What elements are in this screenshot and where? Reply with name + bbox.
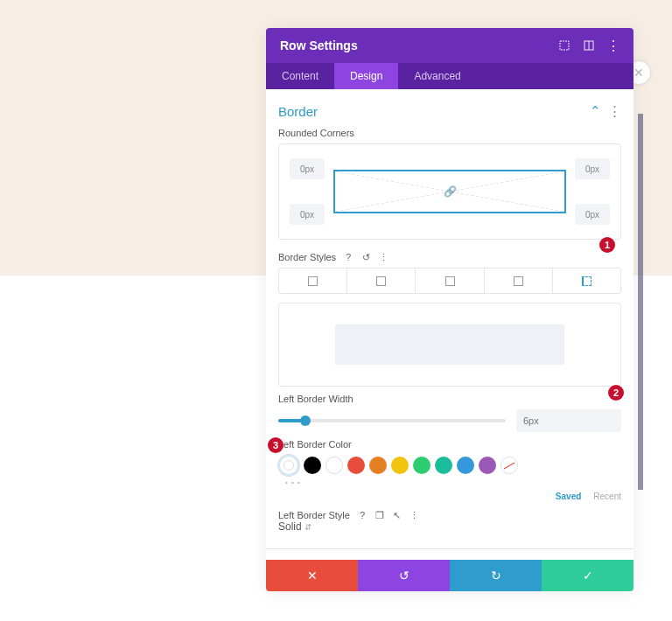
swatch[interactable] <box>391 457 409 474</box>
reset-icon[interactable]: ↺ <box>360 252 371 262</box>
swatch[interactable] <box>347 457 365 474</box>
tab-design[interactable]: Design <box>334 63 398 89</box>
panel-title: Row Settings <box>280 38 358 52</box>
corner-br-input[interactable]: 0px <box>575 204 610 225</box>
swatch-more-icon[interactable]: • • • <box>285 478 621 486</box>
tabs: Content Design Advanced <box>266 63 634 89</box>
palette-recent[interactable]: Recent <box>593 492 621 501</box>
tablet-icon[interactable]: ❐ <box>374 510 385 520</box>
chevron-updown-icon: ⇵ <box>304 522 312 532</box>
settings-panel: Row Settings ⋮ Content Design Advanced B… <box>266 28 634 591</box>
side-all[interactable] <box>279 269 347 293</box>
border-styles-label: Border Styles <box>278 252 336 262</box>
left-width-value[interactable]: 6px <box>516 409 621 432</box>
left-width-slider[interactable] <box>278 419 506 422</box>
undo-button[interactable]: ↺ <box>358 560 450 591</box>
rounded-corners-label: Rounded Corners <box>278 128 621 138</box>
palette-tabs: Saved Recent <box>278 492 621 501</box>
layout-icon[interactable] <box>583 39 595 52</box>
collapse-icon[interactable]: ⌃ <box>590 103 601 119</box>
border-styles-row: Border Styles ? ↺ ⋮ <box>278 252 621 262</box>
border-preview <box>335 324 564 365</box>
swatch[interactable] <box>304 457 321 474</box>
link-icon[interactable]: 🔗 <box>444 185 457 198</box>
swatch[interactable] <box>479 457 496 474</box>
left-color-label: Left Border Color <box>278 439 621 450</box>
side-left[interactable] <box>553 269 620 293</box>
panel-footer: ✕ ↺ ↻ ✓ <box>266 560 634 591</box>
cancel-button[interactable]: ✕ <box>266 560 358 591</box>
more-styles-icon[interactable]: ⋮ <box>378 252 388 262</box>
tab-content[interactable]: Content <box>266 63 334 89</box>
border-preview-box <box>278 303 621 387</box>
left-style-select[interactable]: Solid ⇵ <box>278 520 621 533</box>
color-swatches <box>278 455 621 476</box>
corners-preview: 🔗 <box>333 170 566 213</box>
tab-advanced[interactable]: Advanced <box>398 63 476 89</box>
section-border-label: Border <box>278 104 318 119</box>
section-box-shadow[interactable]: Box Shadow ⌄ <box>266 548 634 560</box>
left-width-label: Left Border Width <box>278 394 621 404</box>
annotation-2: 2 <box>608 385 624 401</box>
corner-bl-input[interactable]: 0px <box>290 204 325 225</box>
corner-tr-input[interactable]: 0px <box>575 158 610 179</box>
corner-tl-input[interactable]: 0px <box>290 158 325 179</box>
left-style-row: Left Border Style ? ❐ ↖ ⋮ <box>278 510 621 520</box>
border-side-selector <box>278 268 621 294</box>
annotation-1: 1 <box>599 237 615 253</box>
side-top[interactable] <box>347 269 416 293</box>
expand-icon[interactable] <box>558 39 570 52</box>
more-style-icon[interactable]: ⋮ <box>410 510 420 520</box>
more-icon[interactable]: ⋮ <box>607 39 620 52</box>
side-right[interactable] <box>416 269 484 293</box>
hover-icon[interactable]: ↖ <box>392 510 402 520</box>
side-bottom[interactable] <box>485 269 553 293</box>
help-icon[interactable]: ? <box>357 510 368 520</box>
annotation-3: 3 <box>268 437 284 453</box>
save-button[interactable]: ✓ <box>542 560 634 591</box>
left-style-value: Solid <box>278 520 302 533</box>
swatch[interactable] <box>369 457 387 474</box>
swatch[interactable] <box>413 457 430 474</box>
section-more-icon[interactable]: ⋮ <box>608 103 621 119</box>
swatch[interactable] <box>326 457 343 474</box>
help-icon[interactable]: ? <box>343 252 354 262</box>
rounded-corners-control: 0px 0px 🔗 0px 0px <box>278 143 621 240</box>
swatch-none[interactable] <box>500 457 518 474</box>
swatch[interactable] <box>435 457 452 474</box>
panel-header: Row Settings ⋮ <box>266 28 634 63</box>
svg-rect-0 <box>560 41 569 50</box>
left-style-label: Left Border Style <box>278 510 350 520</box>
swatch[interactable] <box>457 457 474 474</box>
scroll-indicator <box>638 114 643 490</box>
left-width-control: 6px <box>278 409 621 432</box>
swatch-current[interactable] <box>278 455 299 476</box>
panel-body: Border ⌃ ⋮ Rounded Corners 0px 0px 🔗 0px… <box>266 89 634 560</box>
redo-button[interactable]: ↻ <box>450 560 542 591</box>
section-border-title[interactable]: Border ⌃ ⋮ <box>278 103 621 119</box>
palette-saved[interactable]: Saved <box>556 492 581 501</box>
